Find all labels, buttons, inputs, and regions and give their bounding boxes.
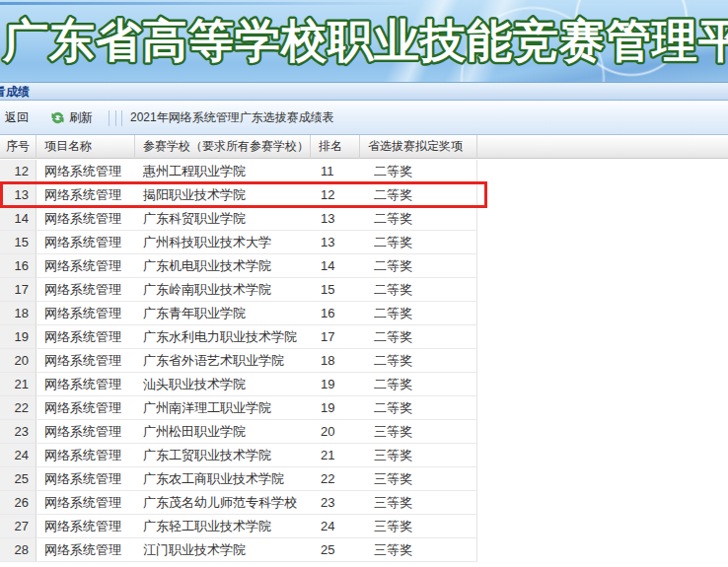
cell-seq: 16 [0,254,36,278]
cell-seq: 15 [0,231,36,254]
cell-project: 网络系统管理 [36,467,135,491]
table-row[interactable]: 18网络系统管理广东青年职业学院16二等奖 [0,302,728,325]
cell-project: 网络系统管理 [36,254,135,278]
header-col-award[interactable]: 省选拔赛拟定奖项 [360,135,477,159]
cell-award: 三等奖 [360,467,477,491]
table-row[interactable]: 16网络系统管理广东机电职业技术学院14二等奖 [0,254,728,278]
cell-rank: 11 [311,160,360,183]
cell-project: 网络系统管理 [36,420,135,444]
app-title-art: 广东省高等学校职业技能竞赛管理平台 [0,0,728,83]
table-row[interactable]: 26网络系统管理广东茂名幼儿师范专科学校23三等奖 [0,491,728,515]
cell-seq: 26 [0,491,36,515]
cell-project: 网络系统管理 [36,538,135,562]
table-row[interactable]: 24网络系统管理广东工贸职业技术学院21三等奖 [0,444,728,467]
cell-seq: 24 [0,444,36,467]
cell-award: 二等奖 [360,349,477,373]
cell-school: 江门职业技术学院 [135,538,311,562]
cell-rank: 19 [311,396,360,420]
cell-project: 网络系统管理 [36,160,135,183]
cell-project: 网络系统管理 [36,444,135,467]
cell-school: 广东机电职业技术学院 [135,254,311,278]
app-banner: 广东省高等学校职业技能竞赛管理平台 [0,0,728,83]
cell-award: 三等奖 [360,538,477,562]
table-row[interactable]: 15网络系统管理广州科技职业技术大学13二等奖 [0,231,728,254]
header-col-school[interactable]: 参赛学校（要求所有参赛学校） [135,135,311,159]
cell-rank: 18 [311,349,360,373]
table-row[interactable]: 23网络系统管理广州松田职业学院20三等奖 [0,420,728,444]
refresh-button[interactable]: 刷新 [46,106,97,129]
page-title: 广东省高等学校职业技能竞赛管理平台 [2,15,728,66]
header-col-rank[interactable]: 排名 [311,135,360,159]
table-row[interactable]: 20网络系统管理广东省外语艺术职业学院18二等奖 [0,349,728,373]
toolbar: 返回 刷新 2021年网络系统管理广东选拔赛成绩表 [0,102,728,135]
results-table-title: 2021年网络系统管理广东选拔赛成绩表 [130,109,334,126]
cell-school: 揭阳职业技术学院 [135,183,311,207]
table-row[interactable]: 12网络系统管理惠州工程职业学院11二等奖 [0,160,728,183]
back-button[interactable]: 返回 [1,106,33,129]
cell-seq: 14 [0,207,36,231]
cell-rank: 16 [311,302,360,325]
cell-rank: 12 [311,183,360,207]
cell-award: 二等奖 [360,231,477,254]
table-row-highlighted[interactable]: 13网络系统管理揭阳职业技术学院12二等奖 [0,183,728,207]
cell-rank: 24 [311,515,360,538]
cell-rank: 23 [311,491,360,515]
cell-award: 三等奖 [360,444,477,467]
cell-rank: 21 [311,444,360,467]
cell-school: 广东轻工职业技术学院 [135,515,311,538]
table-row[interactable]: 21网络系统管理汕头职业技术学院19二等奖 [0,373,728,396]
cell-project: 网络系统管理 [36,349,135,373]
cell-project: 网络系统管理 [36,491,135,515]
table-row[interactable]: 27网络系统管理广东轻工职业技术学院24三等奖 [0,515,728,538]
refresh-icon [50,110,65,125]
cell-school: 广州科技职业技术大学 [135,231,311,254]
cell-seq: 18 [0,302,36,325]
refresh-button-label: 刷新 [69,109,93,126]
cell-award: 二等奖 [360,254,477,278]
cell-award: 二等奖 [360,373,477,396]
cell-award: 二等奖 [360,302,477,325]
cell-award: 二等奖 [360,396,477,420]
cell-seq: 13 [0,183,36,207]
cell-seq: 23 [0,420,36,444]
cell-award: 二等奖 [360,325,477,349]
back-button-label: 返回 [5,109,29,126]
cell-seq: 28 [0,538,36,562]
cell-school: 广东省外语艺术职业学院 [135,349,311,373]
cell-rank: 25 [311,538,360,562]
cell-school: 广州南洋理工职业学院 [135,396,311,420]
cell-rank: 22 [311,467,360,491]
cell-school: 广东科贸职业学院 [135,207,311,231]
cell-award: 二等奖 [360,278,477,302]
cell-school: 广东岭南职业技术学院 [135,278,311,302]
cell-seq: 12 [0,160,36,183]
cell-seq: 27 [0,515,36,538]
cell-seq: 25 [0,467,36,491]
cell-rank: 17 [311,325,360,349]
cell-award: 二等奖 [360,207,477,231]
cell-award: 二等奖 [360,183,477,207]
cell-seq: 19 [0,325,36,349]
table-row[interactable]: 14网络系统管理广东科贸职业学院13二等奖 [0,207,728,231]
tab-view-results[interactable]: 看成绩 [0,84,30,101]
cell-school: 广东工贸职业技术学院 [135,444,311,467]
header-col-seq[interactable]: 序号 [0,135,36,159]
cell-rank: 13 [311,207,360,231]
header-filler [477,135,728,159]
cell-award: 三等奖 [360,420,477,444]
toolbar-separator [109,110,122,126]
cell-rank: 14 [311,254,360,278]
cell-project: 网络系统管理 [36,302,135,325]
table-row[interactable]: 19网络系统管理广东水利电力职业技术学院17二等奖 [0,325,728,349]
cell-award: 二等奖 [360,160,477,183]
cell-school: 广东茂名幼儿师范专科学校 [135,491,311,515]
table-row[interactable]: 25网络系统管理广东农工商职业技术学院22三等奖 [0,467,728,491]
table-row[interactable]: 17网络系统管理广东岭南职业技术学院15二等奖 [0,278,728,302]
cell-project: 网络系统管理 [36,207,135,231]
table-row[interactable]: 22网络系统管理广州南洋理工职业学院19二等奖 [0,396,728,420]
table-row[interactable]: 28网络系统管理江门职业技术学院25三等奖 [0,538,728,562]
cell-seq: 21 [0,373,36,396]
cell-project: 网络系统管理 [36,515,135,538]
header-col-project[interactable]: 项目名称 [36,135,135,159]
cell-project: 网络系统管理 [36,183,135,207]
